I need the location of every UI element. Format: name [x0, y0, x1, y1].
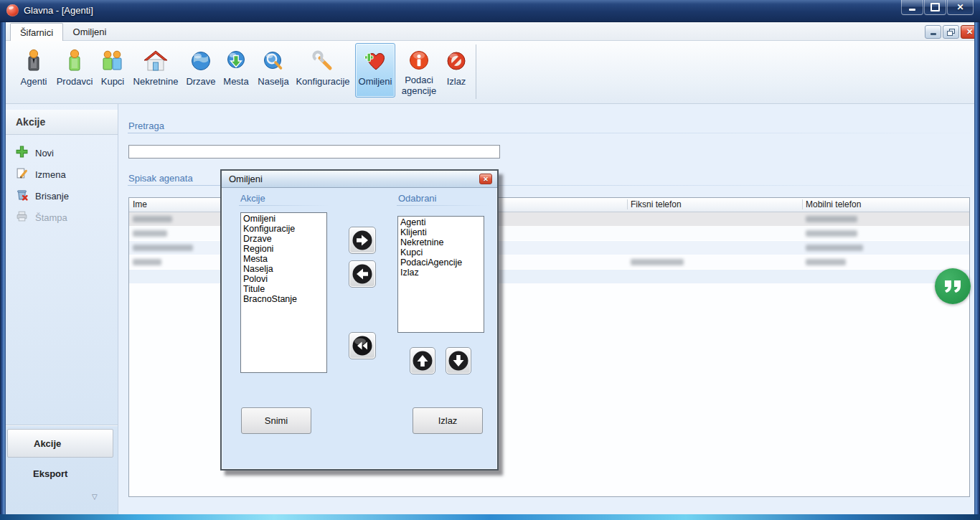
search-input[interactable] [128, 145, 500, 159]
house-icon [143, 47, 169, 75]
toolbar-item-label: Izlaz [447, 77, 466, 88]
ribbon-toolbar: Agenti Prodavci Kupci Nekretnine Drzave … [6, 41, 974, 104]
toolbar-item-drzave[interactable]: Drzave [184, 43, 218, 98]
move-left-button[interactable] [349, 260, 376, 288]
heart-plus-icon [364, 47, 387, 75]
list-item[interactable]: Nekretnine [398, 237, 484, 247]
dialog-titlebar[interactable]: Omiljeni [222, 171, 497, 188]
minimize-icon [930, 33, 936, 35]
printer-icon [16, 210, 28, 224]
app-logo-icon [6, 4, 19, 16]
blurred-cell [806, 245, 863, 251]
window-minimize-button[interactable] [901, 0, 923, 15]
sidebar-item-label: Novi [35, 148, 54, 159]
move-all-left-button[interactable] [349, 332, 376, 359]
group-line [128, 133, 970, 133]
sidebar-item-izmena[interactable]: Izmena [6, 165, 118, 184]
toolbar-item-prodavci[interactable]: Prodavci [55, 43, 95, 98]
list-item[interactable]: Polovi [241, 274, 326, 284]
move-down-button[interactable] [446, 347, 471, 374]
window-close-button[interactable]: ✕ [947, 0, 974, 15]
list-item[interactable]: Agenti [398, 217, 484, 227]
group-label-odabrani: Odabrani [398, 193, 436, 204]
move-right-icon [352, 230, 373, 251]
close-icon: ✕ [966, 28, 973, 36]
toolbar-item-agenti[interactable]: Agenti [17, 43, 50, 98]
minimize-icon [909, 9, 915, 11]
sidebar-pane-button-eksport[interactable]: Eksport [33, 468, 67, 479]
sidebar: Akcije Novi Izmena Brisanje Štampa Akcij… [6, 104, 118, 514]
blurred-cell [806, 259, 846, 265]
blurred-cell [133, 259, 161, 265]
dialog-close-button[interactable]: ✕ [479, 174, 492, 184]
tab-sifarnici[interactable]: Šifarnici [10, 23, 63, 41]
move-right-button[interactable] [349, 227, 376, 254]
mdi-minimize-button[interactable] [925, 25, 941, 39]
list-item[interactable]: Drzave [241, 234, 326, 244]
list-item[interactable]: Mesta [241, 254, 326, 264]
toolbar-item-omiljeni[interactable]: Omiljeni [355, 43, 395, 98]
toolbar-item-mesta[interactable]: Mesta [221, 43, 251, 98]
list-item[interactable]: Konfiguracije [241, 224, 326, 234]
group-label-pretraga: Pretraga [128, 120, 164, 131]
plus-icon [16, 146, 28, 160]
list-item[interactable]: Klijenti [398, 227, 484, 237]
move-left-icon [352, 263, 373, 285]
list-item[interactable]: Naselja [241, 264, 326, 274]
toolbar-item-kupci[interactable]: Kupci [98, 43, 128, 98]
list-item[interactable]: Regioni [241, 244, 326, 254]
toolbar-item-label: Prodavci [57, 77, 93, 88]
sidebar-item-stampa[interactable]: Štampa [6, 208, 118, 227]
toolbar-item-izlaz[interactable]: Izlaz [443, 43, 470, 98]
list-item[interactable]: Izlaz [398, 268, 484, 278]
window-maximize-button[interactable] [924, 0, 946, 15]
group-line [239, 205, 331, 206]
mdi-restore-button[interactable] [943, 25, 959, 39]
column-separator [802, 199, 803, 209]
sidebar-pane-button-akcije[interactable]: Akcije [7, 429, 113, 458]
person-badge-icon [22, 47, 45, 75]
toolbar-item-podaci-agencije[interactable]: Podaci agencije [400, 43, 438, 98]
sidebar-item-novi[interactable]: Novi [6, 143, 118, 162]
sidebar-item-label: Izmena [35, 169, 66, 180]
toolbar-item-label: Konfiguracije [296, 77, 349, 88]
sidebar-item-brisanje[interactable]: Brisanje [6, 186, 118, 205]
column-header-fiksni-telefon[interactable]: Fiksni telefon [631, 199, 682, 209]
person-green-icon [63, 47, 86, 75]
list-item[interactable]: BracnoStanje [241, 294, 326, 304]
chevron-down-icon[interactable]: ▽ [92, 493, 98, 501]
list-item[interactable]: Kupci [398, 247, 484, 257]
column-header-mobilni-telefon[interactable]: Mobilni telefon [806, 199, 861, 209]
window-border-right [974, 22, 980, 514]
blurred-cell [133, 230, 167, 237]
toolbar-item-label: Podaci agencije [399, 75, 439, 97]
restore-icon [947, 29, 955, 36]
column-header-ime[interactable]: Ime [133, 199, 147, 209]
close-icon: ✕ [956, 3, 963, 11]
globe-magnifier-icon [262, 47, 285, 75]
globe-icon [189, 47, 212, 75]
toolbar-item-label: Mesta [223, 77, 248, 88]
save-button[interactable]: Snimi [241, 407, 311, 434]
move-all-left-icon [352, 335, 373, 356]
list-item[interactable]: Omiljeni [241, 214, 326, 224]
toolbar-item-konfiguracije[interactable]: Konfiguracije [296, 43, 350, 98]
omiljeni-dialog: Omiljeni ✕ Akcije Odabrani Omiljeni Konf… [220, 169, 499, 471]
chat-overlay-button[interactable] [935, 268, 971, 304]
sidebar-item-label: Brisanje [35, 191, 69, 202]
available-listbox[interactable]: Omiljeni Konfiguracije Drzave Regioni Me… [240, 212, 327, 373]
list-item[interactable]: Titule [241, 284, 326, 294]
toolbar-item-naselja[interactable]: Naselja [255, 43, 291, 98]
tab-omiljeni[interactable]: Omiljeni [66, 23, 113, 41]
toolbar-item-label: Omiljeni [359, 77, 392, 88]
group-label-akcije: Akcije [240, 193, 265, 204]
list-item[interactable]: PodaciAgencije [398, 257, 484, 268]
selected-listbox[interactable]: Agenti Klijenti Nekretnine Kupci PodaciA… [397, 216, 484, 333]
titlebar[interactable]: Glavna - [Agenti] [0, 0, 980, 22]
quote-icon [944, 280, 961, 293]
window-title: Glavna - [Agenti] [24, 5, 93, 16]
toolbar-item-nekretnine[interactable]: Nekretnine [132, 43, 179, 98]
maximize-icon [930, 3, 940, 11]
move-up-button[interactable] [410, 347, 435, 374]
exit-button[interactable]: Izlaz [413, 407, 483, 434]
